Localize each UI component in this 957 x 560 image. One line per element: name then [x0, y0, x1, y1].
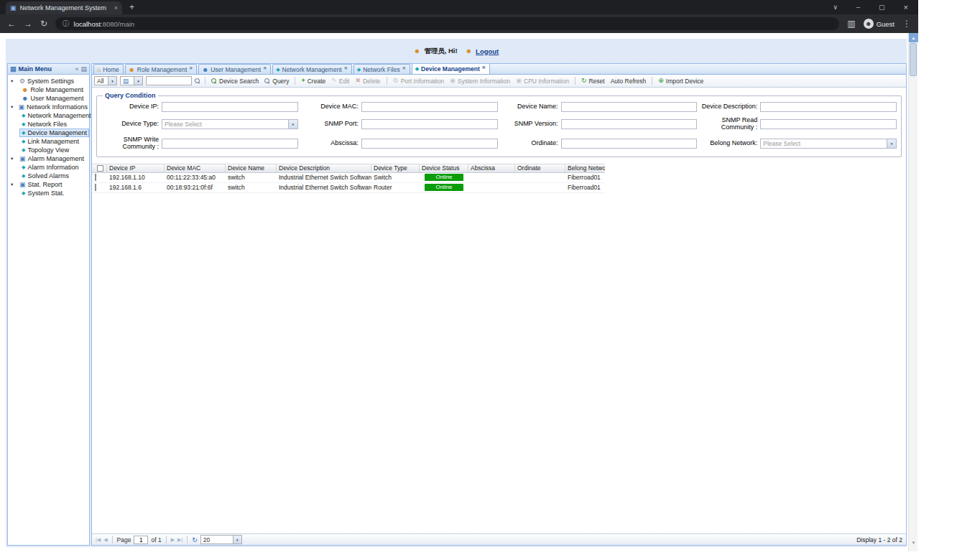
- sidebar-item-device-management[interactable]: Device Management: [8, 129, 89, 137]
- sidebar-item-link-management[interactable]: Link Management: [8, 137, 89, 146]
- window-close-icon[interactable]: [904, 3, 908, 11]
- checkbox-icon[interactable]: [95, 174, 96, 181]
- device-name-input[interactable]: [561, 102, 698, 112]
- chevron-down-icon[interactable]: [134, 77, 142, 85]
- next-page-icon[interactable]: [171, 537, 175, 543]
- column-ordinate[interactable]: Ordinate: [515, 164, 565, 172]
- window-menu-icon[interactable]: [833, 4, 838, 11]
- sidebar-item-system-stat[interactable]: System Stat.: [8, 189, 89, 197]
- collapse-panel-icon[interactable]: [75, 65, 78, 73]
- sidebar-item-user-management[interactable]: User Management: [8, 94, 89, 103]
- field-selector-combo[interactable]: [120, 76, 143, 85]
- browser-tab[interactable]: Network Management System: [6, 1, 122, 14]
- last-page-icon[interactable]: [177, 537, 182, 543]
- expander-icon[interactable]: [11, 182, 16, 187]
- create-button[interactable]: Create: [300, 77, 327, 85]
- device-ip-input[interactable]: [162, 102, 298, 112]
- tab-network-management[interactable]: Network Management: [272, 64, 352, 74]
- expander-icon[interactable]: [11, 104, 14, 110]
- column-device-ip[interactable]: Device IP: [107, 164, 165, 172]
- column-abscissa[interactable]: Abscissa: [468, 164, 515, 172]
- filter-combo[interactable]: All: [94, 76, 117, 85]
- sidebar-item-network-files[interactable]: Network Files: [8, 120, 89, 129]
- delete-button[interactable]: Delete: [353, 77, 382, 85]
- maximize-icon[interactable]: [879, 4, 885, 11]
- chevron-down-icon[interactable]: [233, 536, 241, 543]
- column-belong-network[interactable]: Belong Network: [565, 164, 605, 172]
- tab-user-management[interactable]: User Management: [198, 64, 271, 74]
- sidebar-item-alarm-information[interactable]: Alarm Information: [8, 163, 89, 172]
- row-select-cell[interactable]: [92, 174, 107, 181]
- browser-menu-icon[interactable]: [902, 19, 911, 28]
- back-icon[interactable]: [7, 19, 16, 28]
- expander-icon[interactable]: [11, 156, 16, 162]
- refresh-icon[interactable]: [192, 536, 198, 543]
- snmp-version-input[interactable]: [561, 119, 698, 129]
- reload-icon[interactable]: [40, 19, 47, 28]
- sidebar-item-topology-view[interactable]: Topology View: [8, 146, 89, 154]
- device-description-input[interactable]: [760, 102, 897, 112]
- side-panel-icon[interactable]: [847, 19, 855, 28]
- column-device-mac[interactable]: Device MAC: [165, 164, 226, 172]
- sidebar-item-alarm-management[interactable]: Alarm Management: [8, 154, 89, 163]
- page-scrollbar[interactable]: [908, 33, 917, 551]
- device-type-combo[interactable]: Please Select: [162, 119, 298, 129]
- sidebar-item-role-management[interactable]: Role Management: [8, 85, 89, 94]
- forward-icon[interactable]: [24, 19, 32, 28]
- tab-home[interactable]: Home: [93, 64, 124, 74]
- tab-close-icon[interactable]: [189, 65, 193, 70]
- abscissa-input[interactable]: [361, 139, 498, 149]
- scroll-up-icon[interactable]: [909, 33, 918, 42]
- column-device-description[interactable]: Device Description: [277, 164, 371, 172]
- sidebar-item-system-settings[interactable]: System Settings: [8, 77, 89, 85]
- system-information-button[interactable]: System Information: [448, 77, 512, 85]
- query-button[interactable]: Query: [263, 77, 290, 85]
- reset-button[interactable]: Reset: [580, 77, 606, 85]
- snmp-read-community-input[interactable]: [760, 119, 897, 129]
- pin-panel-icon[interactable]: [80, 65, 87, 73]
- site-info-icon[interactable]: [63, 19, 70, 29]
- sidebar-item-solved-alarms[interactable]: Solved Alarms: [8, 172, 89, 180]
- table-row[interactable]: 192.168.1.6 00:18:93:21:0f:6f switch Ind…: [92, 183, 605, 193]
- checkbox-icon[interactable]: [95, 184, 96, 191]
- device-search-button[interactable]: Device Search: [210, 77, 260, 85]
- minimize-icon[interactable]: [856, 4, 860, 11]
- tab-close-icon[interactable]: [263, 65, 267, 70]
- scroll-down-icon[interactable]: [909, 538, 918, 547]
- logout-link[interactable]: Logout: [476, 47, 499, 55]
- new-tab-button[interactable]: [129, 2, 134, 12]
- tab-device-management[interactable]: Device Management: [412, 63, 490, 74]
- checkbox-icon[interactable]: [97, 165, 103, 172]
- sidebar-item-network-informations[interactable]: Network Informations: [8, 103, 89, 111]
- belong-network-combo[interactable]: Please Select: [760, 139, 897, 149]
- snmp-port-input[interactable]: [361, 119, 498, 129]
- column-device-type[interactable]: Device Type: [371, 164, 420, 172]
- page-number-input[interactable]: [134, 536, 148, 544]
- tab-close-icon[interactable]: [344, 65, 348, 70]
- expander-icon[interactable]: [11, 78, 16, 84]
- url-bar[interactable]: localhost:8080/main: [55, 17, 839, 30]
- select-all-header[interactable]: [92, 164, 107, 172]
- scrollbar-thumb[interactable]: [910, 43, 917, 76]
- profile-chip[interactable]: Guest: [864, 19, 894, 29]
- import-device-button[interactable]: Import Device: [657, 77, 705, 85]
- first-page-icon[interactable]: [96, 537, 101, 543]
- port-information-button[interactable]: Port Information: [392, 77, 446, 85]
- edit-button[interactable]: Edit: [330, 77, 351, 85]
- device-mac-input[interactable]: [361, 102, 498, 112]
- tab-close-icon[interactable]: [402, 65, 406, 70]
- column-device-name[interactable]: Device Name: [226, 164, 277, 172]
- quick-search-icon[interactable]: [195, 78, 200, 84]
- row-select-cell[interactable]: [92, 184, 107, 191]
- tab-role-management[interactable]: Role Management: [125, 64, 197, 74]
- snmp-write-community-input[interactable]: [162, 139, 298, 149]
- chevron-down-icon[interactable]: [108, 77, 116, 85]
- chevron-down-icon[interactable]: [288, 120, 297, 129]
- table-row[interactable]: 192.168.1.10 00:11:22:33:45:a0 switch In…: [92, 173, 605, 183]
- sidebar-item-stat-report[interactable]: Stat. Report: [8, 180, 89, 189]
- tab-network-files[interactable]: Network Files: [353, 64, 410, 74]
- tab-close-icon[interactable]: [482, 65, 486, 70]
- ordinate-input[interactable]: [561, 139, 698, 149]
- column-device-status[interactable]: Device Status: [420, 164, 468, 172]
- auto-refresh-button[interactable]: Auto Refresh: [609, 77, 648, 85]
